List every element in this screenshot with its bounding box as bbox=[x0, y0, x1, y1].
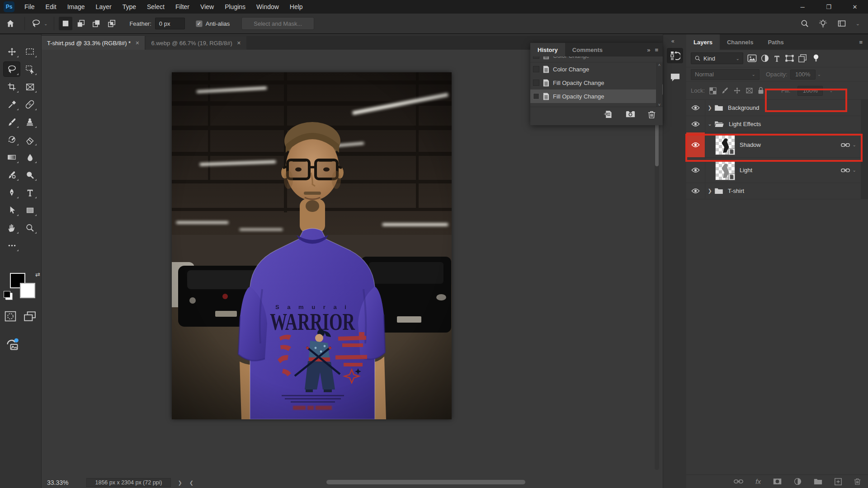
eyedropper-tool[interactable] bbox=[4, 97, 20, 112]
layer-row-light-effects[interactable]: ⌄ Light Effects bbox=[686, 116, 868, 132]
feather-input[interactable]: 0 px bbox=[155, 18, 185, 29]
tab-comments[interactable]: Comments bbox=[565, 43, 610, 56]
scroll-down-icon[interactable]: ˅ bbox=[658, 103, 660, 107]
add-mask-icon[interactable] bbox=[773, 478, 782, 485]
menu-type[interactable]: Type bbox=[117, 0, 142, 14]
filter-kind-dropdown[interactable]: Kind ⌄ bbox=[691, 52, 743, 64]
tab-history[interactable]: History bbox=[530, 43, 565, 56]
new-selection-mode-button[interactable] bbox=[59, 17, 72, 30]
tool-preset-picker[interactable]: ⌄ bbox=[28, 19, 50, 28]
eraser-tool[interactable] bbox=[22, 132, 38, 147]
move-tool[interactable] bbox=[4, 44, 20, 59]
history-state[interactable]: Fill Opacity Change bbox=[530, 76, 663, 89]
visibility-toggle[interactable] bbox=[686, 100, 705, 116]
menu-filter[interactable]: Filter bbox=[170, 0, 195, 14]
menu-help[interactable]: Help bbox=[284, 0, 308, 14]
sync-status-icon[interactable] bbox=[5, 338, 19, 351]
chevron-down-icon[interactable]: ⌄ bbox=[853, 142, 856, 147]
menu-image[interactable]: Image bbox=[62, 0, 90, 14]
tab-close-icon[interactable]: ✕ bbox=[135, 40, 139, 46]
default-colors-icon[interactable] bbox=[4, 291, 10, 298]
history-panel-icon[interactable] bbox=[667, 48, 683, 63]
visibility-toggle[interactable] bbox=[686, 116, 705, 132]
menu-view[interactable]: View bbox=[195, 0, 219, 14]
layer-name[interactable]: Background bbox=[728, 104, 759, 111]
select-and-mask-button[interactable]: Select and Mask... bbox=[241, 17, 314, 30]
scroll-up-icon[interactable]: ˄ bbox=[658, 63, 660, 67]
intersect-selection-mode-button[interactable] bbox=[105, 17, 118, 30]
tab-channels[interactable]: Channels bbox=[720, 34, 761, 50]
zoom-tool[interactable] bbox=[22, 221, 38, 235]
expand-chevron-icon[interactable]: ❯ bbox=[705, 105, 714, 111]
history-brush-tool[interactable] bbox=[4, 132, 20, 147]
swap-colors-icon[interactable]: ⇄ bbox=[35, 271, 40, 278]
filter-shape-icon[interactable] bbox=[785, 54, 794, 62]
hand-tool[interactable] bbox=[4, 221, 20, 235]
menu-select[interactable]: Select bbox=[142, 0, 170, 14]
restore-button[interactable]: ❐ bbox=[816, 0, 842, 14]
rectangular-marquee-tool[interactable] bbox=[22, 44, 38, 59]
menu-window[interactable]: Window bbox=[251, 0, 284, 14]
history-scrollbar[interactable]: ˄ ˅ bbox=[656, 63, 663, 107]
layer-row-tshirt[interactable]: ❯ T-shirt bbox=[686, 183, 868, 199]
canvas-image[interactable]: S a m u r a i WARRIOR bbox=[172, 72, 452, 419]
dodge-tool[interactable] bbox=[22, 168, 38, 182]
screen-mode-button[interactable] bbox=[24, 311, 36, 322]
layer-row-light[interactable]: Light ⌄ bbox=[686, 158, 868, 183]
collapse-panel-icon[interactable]: » bbox=[647, 47, 650, 53]
background-color-swatch[interactable] bbox=[20, 283, 35, 298]
blend-mode-dropdown[interactable]: Normal ⌄ bbox=[691, 69, 760, 80]
anti-alias-checkbox[interactable]: ✓ bbox=[196, 20, 203, 27]
spot-healing-brush-tool[interactable] bbox=[22, 97, 38, 112]
tab-tshirt-psd[interactable]: T-shirt.psd @ 33.3% (RGB/8#) * ✕ bbox=[42, 36, 145, 50]
new-group-folder-icon[interactable] bbox=[814, 478, 822, 485]
chevron-down-icon[interactable]: ⌄ bbox=[829, 88, 833, 93]
layer-thumbnail[interactable] bbox=[715, 135, 735, 155]
tab-paths[interactable]: Paths bbox=[760, 34, 791, 50]
visibility-toggle[interactable] bbox=[686, 132, 705, 157]
history-scrollbar-thumb[interactable] bbox=[662, 84, 663, 95]
menu-layer[interactable]: Layer bbox=[90, 0, 117, 14]
brush-tool[interactable] bbox=[4, 115, 20, 129]
lock-all-icon[interactable] bbox=[758, 87, 764, 94]
zoom-level-field[interactable]: 33.33% bbox=[47, 479, 68, 486]
smart-filter-icon[interactable] bbox=[841, 142, 850, 148]
layer-name[interactable]: T-shirt bbox=[728, 188, 744, 194]
lock-position-icon[interactable] bbox=[733, 87, 741, 94]
lock-transparency-icon[interactable] bbox=[709, 87, 717, 94]
edit-toolbar-button[interactable] bbox=[4, 238, 20, 253]
layer-name[interactable]: Light bbox=[740, 167, 752, 174]
tab-close-icon[interactable]: ✕ bbox=[237, 40, 241, 46]
filter-adjustment-icon[interactable] bbox=[761, 54, 769, 62]
expand-panels-icon[interactable]: « bbox=[671, 38, 675, 44]
subtract-selection-mode-button[interactable] bbox=[90, 17, 103, 30]
history-source-well[interactable] bbox=[533, 93, 539, 99]
layer-row-shadow[interactable]: Shadow ⌄ bbox=[686, 132, 868, 158]
history-state[interactable]: Color Change bbox=[530, 62, 663, 76]
gradient-tool[interactable] bbox=[4, 150, 20, 164]
panel-menu-icon[interactable]: ≡ bbox=[859, 34, 868, 50]
delete-state-trash-icon[interactable] bbox=[648, 110, 656, 119]
blur-tool[interactable] bbox=[22, 150, 38, 164]
collapse-chevron-icon[interactable]: ⌄ bbox=[705, 121, 714, 127]
filter-type-icon[interactable] bbox=[773, 55, 781, 62]
new-document-from-state-icon[interactable] bbox=[604, 110, 613, 119]
expand-chevron-icon[interactable]: ❯ bbox=[705, 188, 714, 194]
layer-thumbnail[interactable] bbox=[715, 160, 735, 180]
comments-panel-icon[interactable] bbox=[667, 70, 683, 85]
lock-artboard-icon[interactable] bbox=[745, 87, 753, 94]
menu-file[interactable]: File bbox=[19, 0, 40, 14]
history-source-well[interactable] bbox=[533, 80, 539, 86]
filter-image-icon[interactable] bbox=[747, 54, 757, 62]
layer-name[interactable]: Shadow bbox=[740, 141, 761, 148]
path-selection-tool[interactable] bbox=[4, 203, 20, 217]
quick-mask-mode-button[interactable] bbox=[5, 311, 16, 322]
workspace-switcher-icon[interactable] bbox=[837, 19, 847, 28]
layer-row-background[interactable]: ❯ Background bbox=[686, 100, 868, 116]
tab-6-webp[interactable]: 6.webp @ 66.7% (19, RGB/8#) ✕ bbox=[146, 36, 246, 50]
status-chevron-right-icon[interactable]: ❯ bbox=[178, 480, 182, 486]
visibility-toggle[interactable] bbox=[686, 158, 705, 183]
new-snapshot-camera-icon[interactable] bbox=[626, 110, 635, 118]
minimize-button[interactable]: ─ bbox=[789, 0, 816, 14]
workspace-chevron-icon[interactable]: ⌄ bbox=[856, 21, 860, 27]
